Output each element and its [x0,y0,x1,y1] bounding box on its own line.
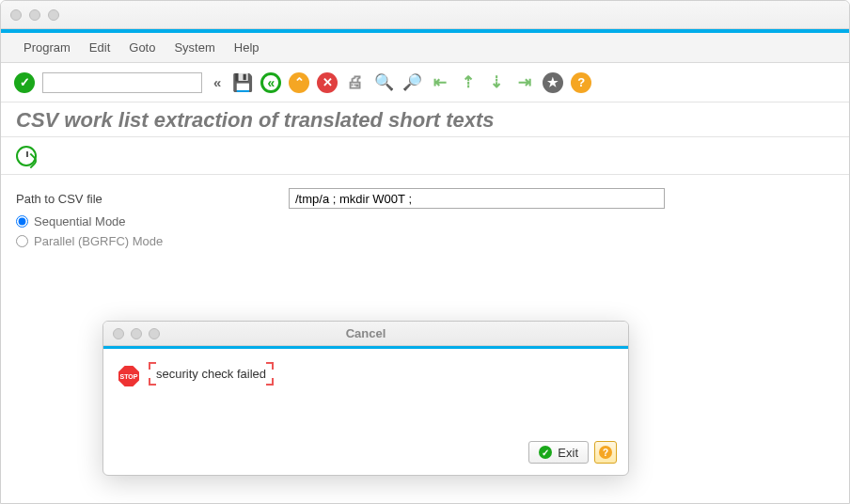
help-icon[interactable]: ? [571,72,591,93]
parallel-radio[interactable] [16,235,28,247]
ok-icon[interactable]: ✓ [14,72,35,93]
parallel-label: Parallel (BGRFC) Mode [34,234,163,248]
toolbar: ✓ « 💾 « ⌃ ✕ 🖨 🔍 🔎 ⇤ ⇡ ⇣ ⇥ ★ ? [1,63,849,102]
dialog-help-button[interactable]: ? [594,441,617,464]
find-next-icon[interactable]: 🔎 [401,72,422,93]
stop-icon: STOP [118,366,139,386]
dialog-title: Cancel [346,326,386,340]
sub-toolbar [1,137,849,175]
print-icon[interactable]: 🖨 [345,72,366,93]
menu-goto[interactable]: Goto [129,40,155,55]
dialog-min-dot[interactable] [131,328,142,339]
zoom-dot[interactable] [48,9,59,21]
menubar: Program Edit Goto System Help [1,33,849,63]
form-area: Path to CSV file Sequential Mode Paralle… [1,175,849,261]
cancel-icon[interactable]: ✕ [317,72,338,93]
menu-program[interactable]: Program [24,40,71,55]
save-icon[interactable]: 💾 [232,72,253,93]
menu-system[interactable]: System [174,40,214,55]
dialog-zoom-dot[interactable] [149,328,160,339]
question-icon: ? [599,446,612,459]
window-titlebar [1,1,849,29]
sequential-label: Sequential Mode [34,214,126,228]
path-label: Path to CSV file [16,192,279,206]
find-icon[interactable]: 🔍 [373,72,394,93]
command-field[interactable] [42,72,202,93]
prev-page-icon[interactable]: ⇡ [458,72,479,93]
menu-help[interactable]: Help [234,40,260,55]
error-message: security check failed [156,367,266,381]
menu-edit[interactable]: Edit [89,40,110,55]
back-icon[interactable]: « [260,72,281,93]
dialog-titlebar: Cancel [103,322,628,346]
execute-icon[interactable] [16,146,37,166]
new-session-icon[interactable]: ★ [543,72,563,93]
exit-label: Exit [558,446,578,460]
minimize-dot[interactable] [29,9,40,21]
main-window: Program Edit Goto System Help ✓ « 💾 « ⌃ … [0,0,850,504]
path-input[interactable] [289,188,665,209]
up-icon[interactable]: ⌃ [289,72,309,93]
page-title: CSV work list extraction of translated s… [1,102,849,137]
first-page-icon[interactable]: ⇤ [430,72,450,93]
close-dot[interactable] [10,9,22,21]
next-page-icon[interactable]: ⇣ [486,72,507,93]
cancel-dialog: Cancel STOP security check failed ✓ Exit… [102,321,629,476]
exit-button[interactable]: ✓ Exit [528,441,589,464]
check-icon: ✓ [539,446,552,459]
sequential-radio[interactable] [16,215,28,228]
last-page-icon[interactable]: ⇥ [514,72,535,93]
dialog-close-dot[interactable] [113,328,124,339]
error-message-box: security check failed [150,364,272,384]
collapse-icon[interactable]: « [213,74,221,90]
